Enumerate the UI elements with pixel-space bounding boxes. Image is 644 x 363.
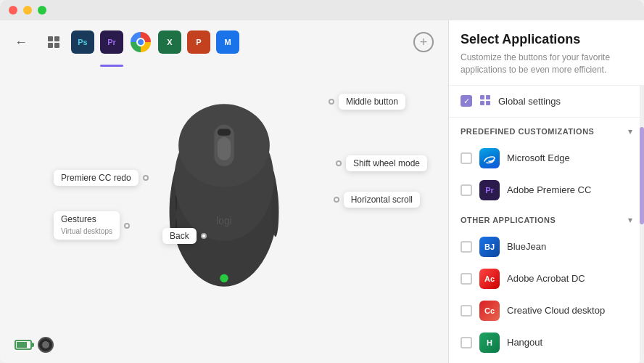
app-item-edge[interactable]: Microsoft Edge <box>449 142 644 174</box>
status-bar <box>0 327 448 363</box>
svg-rect-17 <box>486 95 490 99</box>
svg-point-13 <box>220 274 228 282</box>
predefined-section-header: PREDEFINED CUSTOMIZATIONS ▾ <box>449 118 644 142</box>
predefined-section-title: PREDEFINED CUSTOMIZATIONS <box>461 127 594 136</box>
main-window: ← Ps Pr <box>0 0 644 363</box>
maximize-button[interactable] <box>38 6 46 15</box>
tab-powerpoint[interactable]: P <box>187 30 210 54</box>
tab-excel[interactable]: X <box>158 30 181 54</box>
cc-icon: Cc <box>479 301 500 321</box>
scrollbar-thumb[interactable] <box>640 127 644 224</box>
edge-icon <box>479 148 500 168</box>
global-settings-label: Global settings <box>498 96 632 107</box>
callout-shift-label: Shift wheel mode <box>346 155 427 171</box>
panel-header: Select Applications Customize the button… <box>449 20 644 86</box>
premiere-name: Adobe Premiere CC <box>507 184 591 195</box>
premiere-icon: Pr <box>479 180 500 200</box>
tab-premiere[interactable]: Pr <box>100 30 123 54</box>
mouse-diagram: logi Middle button <box>123 79 326 311</box>
svg-rect-8 <box>218 129 231 136</box>
panel-body-container: Global settings PREDEFINED CUSTOMIZATION… <box>449 86 644 363</box>
hangout-name: Hangout <box>507 337 542 348</box>
svg-rect-16 <box>480 95 484 99</box>
scrollbar-track <box>640 86 644 363</box>
callout-gestures: Gestures Virtual desktops <box>54 211 130 240</box>
acrobat-name: Adobe Acrobat DC <box>507 273 585 284</box>
bluejean-name: BlueJean <box>507 241 546 252</box>
svg-rect-0 <box>48 36 53 41</box>
callout-middle-button: Middle button <box>329 94 405 110</box>
main-content: ← Ps Pr <box>0 20 644 363</box>
panel-title: Select Applications <box>461 32 632 47</box>
other-section-title: OTHER APPLICATIONS <box>461 216 556 224</box>
minimize-button[interactable] <box>23 6 32 15</box>
logitech-icon <box>38 337 54 353</box>
hangout-checkbox[interactable] <box>461 337 472 348</box>
app-item-premiere[interactable]: Pr Adobe Premiere CC <box>449 174 644 206</box>
callout-back-label: Back <box>162 228 197 244</box>
panel-subtitle: Customize the buttons for your favorite … <box>461 52 632 76</box>
tab-photoshop[interactable]: Ps <box>71 30 94 54</box>
svg-rect-1 <box>54 36 59 41</box>
callout-dot-gestures <box>124 223 130 229</box>
callout-premiere-label: Premiere CC redo <box>54 170 139 186</box>
logitech-dot <box>42 341 49 348</box>
mouse-area: logi Middle button <box>0 64 448 327</box>
toolbar: ← Ps Pr <box>0 20 448 64</box>
callout-middle-label: Middle button <box>339 94 405 110</box>
app-item-cc[interactable]: Cc Creative Cloud desktop <box>449 295 644 327</box>
callout-shift-wheel: Shift wheel mode <box>336 155 427 171</box>
acrobat-icon: Ac <box>479 269 500 289</box>
edge-checkbox[interactable] <box>461 152 472 164</box>
callout-dot-premiere <box>143 175 149 181</box>
cc-name: Creative Cloud desktop <box>507 305 605 316</box>
right-panel: Select Applications Customize the button… <box>448 20 644 363</box>
chrome-inner <box>136 38 145 46</box>
battery-tip <box>32 343 34 347</box>
app-item-acrobat[interactable]: Ac Adobe Acrobat DC <box>449 263 644 295</box>
callout-gestures-label: Gestures Virtual desktops <box>54 211 120 240</box>
mouse-illustration: logi <box>123 79 326 311</box>
callout-horiz-label: Horizontal scroll <box>344 192 420 208</box>
left-panel: ← Ps Pr <box>0 20 448 363</box>
premiere-checkbox[interactable] <box>461 184 472 196</box>
edge-name: Microsoft Edge <box>507 152 570 163</box>
battery-level <box>17 342 27 348</box>
app-tabs: Ps Pr X P <box>42 30 405 54</box>
back-button[interactable]: ← <box>15 35 28 50</box>
predefined-chevron[interactable]: ▾ <box>628 126 632 136</box>
tab-meet[interactable]: M <box>216 30 239 54</box>
callout-dot-back <box>201 233 207 239</box>
panel-body[interactable]: Global settings PREDEFINED CUSTOMIZATION… <box>449 86 644 363</box>
tab-all-apps[interactable] <box>42 30 65 54</box>
app-item-hangout[interactable]: H Hangout <box>449 327 644 359</box>
callout-premiere-redo: Premiere CC redo <box>54 170 149 186</box>
cc-checkbox[interactable] <box>461 305 472 317</box>
battery-icon <box>15 340 32 350</box>
svg-text:logi: logi <box>216 216 231 227</box>
callout-dot-shift <box>336 160 342 166</box>
global-settings-row[interactable]: Global settings <box>449 86 644 118</box>
bluejean-icon: BJ <box>479 237 500 257</box>
callout-dot-horiz <box>334 197 339 203</box>
bluejean-checkbox[interactable] <box>461 241 472 253</box>
svg-rect-3 <box>54 43 59 48</box>
hangout-icon: H <box>479 333 500 353</box>
app-item-bluejean[interactable]: BJ BlueJean <box>449 231 644 263</box>
titlebar <box>0 0 644 20</box>
other-chevron[interactable]: ▾ <box>628 215 632 225</box>
add-app-button[interactable]: + <box>413 32 434 52</box>
acrobat-checkbox[interactable] <box>461 273 472 285</box>
callout-back: Back <box>162 228 207 244</box>
svg-rect-2 <box>48 43 53 48</box>
callout-horizontal-scroll: Horizontal scroll <box>334 192 420 208</box>
tab-chrome[interactable] <box>129 30 152 54</box>
other-section-header: OTHER APPLICATIONS ▾ <box>449 206 644 231</box>
chrome-icon <box>131 32 151 52</box>
app-item-itunes[interactable]: ♪ Itunes <box>449 359 644 363</box>
global-settings-grid-icon <box>479 94 491 108</box>
close-button[interactable] <box>9 6 17 15</box>
global-settings-checkbox[interactable] <box>461 95 472 107</box>
svg-point-15 <box>272 187 278 237</box>
svg-rect-9 <box>218 137 231 160</box>
